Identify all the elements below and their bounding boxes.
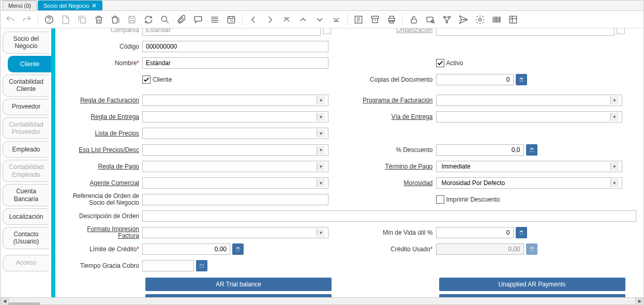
scroll-left-icon[interactable]: ◀ bbox=[1, 298, 9, 305]
not-posted-button[interactable]: Not Posted Invoice bbox=[439, 294, 625, 297]
copy-icon[interactable] bbox=[77, 14, 88, 25]
compania-extra-check[interactable] bbox=[323, 28, 331, 34]
cliente-checkbox[interactable]: Cliente bbox=[142, 75, 172, 84]
sidetab-7[interactable]: Cuenta Bancaria bbox=[3, 184, 49, 206]
scroll-right-icon[interactable]: ▶ bbox=[635, 298, 643, 305]
svg-rect-32 bbox=[520, 231, 522, 232]
via-entrega-combo[interactable]: ▼ bbox=[436, 111, 622, 123]
undo-icon[interactable] bbox=[5, 14, 16, 25]
up-icon[interactable] bbox=[297, 14, 309, 25]
calendar-icon[interactable]: 31 bbox=[226, 14, 237, 25]
tab-socio-negocio[interactable]: Socio del Negocio ✕ bbox=[38, 1, 102, 10]
tab-menu[interactable]: Menú (0) bbox=[3, 1, 37, 10]
sidetab-10[interactable]: Acceso bbox=[3, 255, 49, 271]
chevron-down-icon[interactable]: ▼ bbox=[317, 162, 325, 171]
organizacion-extra-check[interactable] bbox=[617, 28, 625, 34]
sidetab-2[interactable]: Contabilidad Cliente bbox=[3, 74, 49, 97]
limite-credito-input[interactable] bbox=[142, 243, 230, 255]
print-icon[interactable] bbox=[386, 14, 397, 25]
zoom-icon[interactable] bbox=[425, 14, 436, 25]
sidetab-8[interactable]: Localización bbox=[3, 208, 49, 225]
grid-icon[interactable] bbox=[209, 14, 220, 25]
search-icon[interactable] bbox=[159, 14, 171, 25]
morosidad-combo[interactable]: ▼ bbox=[436, 177, 622, 189]
svg-point-16 bbox=[479, 18, 482, 21]
ref-orden-input[interactable] bbox=[142, 194, 328, 205]
copias-input[interactable] bbox=[436, 74, 514, 85]
sidetab-9[interactable]: Contacto (Usuario) bbox=[3, 227, 49, 249]
refresh-icon[interactable] bbox=[143, 14, 154, 25]
attachment-icon[interactable] bbox=[176, 14, 187, 25]
sidetab-0[interactable]: Socio del Negocio bbox=[3, 32, 49, 54]
chevron-down-icon[interactable]: ▼ bbox=[317, 179, 325, 187]
lock-icon[interactable] bbox=[408, 14, 420, 25]
csv-icon[interactable] bbox=[507, 14, 519, 25]
chevron-down-icon[interactable]: ▼ bbox=[317, 146, 325, 154]
imprimir-desc-checkbox[interactable]: Imprimir Descuento bbox=[436, 195, 500, 204]
hscroll[interactable]: ◀ ▶ bbox=[1, 297, 643, 304]
chevron-down-icon[interactable]: ▼ bbox=[610, 113, 619, 121]
barcode-icon[interactable] bbox=[491, 14, 502, 25]
save-icon[interactable] bbox=[126, 14, 138, 25]
sidetab-4[interactable]: Contabilidad Proveedor bbox=[3, 117, 49, 140]
nombre-input[interactable] bbox=[142, 57, 328, 69]
sidetab-5[interactable]: Empleado bbox=[3, 141, 49, 158]
activo-checkbox[interactable]: Activo bbox=[436, 59, 463, 67]
chevron-down-icon[interactable]: ▼ bbox=[610, 179, 619, 187]
form-content: Compañía Organización Código bbox=[55, 28, 643, 297]
desc-orden-input[interactable] bbox=[142, 210, 636, 222]
limite-credito-calc-button[interactable] bbox=[232, 243, 244, 255]
gracia-input[interactable] bbox=[142, 260, 194, 271]
next-icon[interactable] bbox=[264, 14, 276, 25]
esq-list-combo[interactable]: ▼ bbox=[142, 144, 328, 156]
prev-icon[interactable] bbox=[248, 14, 259, 25]
descuento-calc-button[interactable] bbox=[526, 144, 537, 156]
delete-multi-icon[interactable] bbox=[110, 14, 121, 25]
redo-icon[interactable] bbox=[21, 14, 33, 25]
send-icon[interactable] bbox=[458, 14, 469, 25]
descuento-input[interactable] bbox=[436, 144, 524, 156]
chevron-down-icon[interactable]: ▼ bbox=[610, 162, 619, 171]
organizacion-input[interactable] bbox=[436, 28, 615, 36]
archive-icon[interactable] bbox=[369, 14, 381, 25]
unapplied-ar-button[interactable]: Unapplied AR Payments bbox=[439, 278, 625, 291]
limite-credito-label: Límite de Crédito* bbox=[65, 246, 142, 253]
chevron-down-icon[interactable]: ▼ bbox=[317, 228, 325, 237]
sidetab-3[interactable]: Proveedor bbox=[3, 99, 49, 115]
programa-fact-label: Programa de Facturación bbox=[358, 97, 436, 104]
codigo-input[interactable] bbox=[142, 41, 328, 52]
regla-entrega-combo[interactable]: ▼ bbox=[142, 111, 328, 123]
termino-pago-combo[interactable]: ▼ bbox=[436, 161, 622, 172]
help-icon[interactable] bbox=[43, 14, 55, 25]
min-vida-input[interactable] bbox=[436, 227, 514, 238]
chevron-down-icon[interactable]: ▼ bbox=[317, 113, 325, 121]
new-icon[interactable] bbox=[60, 14, 71, 25]
regla-pago-combo[interactable]: ▼ bbox=[142, 161, 328, 172]
chat-icon[interactable] bbox=[192, 14, 204, 25]
last-icon[interactable] bbox=[331, 14, 342, 25]
delete-icon[interactable] bbox=[93, 14, 104, 25]
agente-combo[interactable]: ▼ bbox=[142, 177, 328, 189]
min-vida-calc-button[interactable] bbox=[516, 227, 527, 238]
chevron-down-icon[interactable]: ▼ bbox=[317, 129, 325, 138]
chevron-down-icon[interactable]: ▼ bbox=[317, 96, 325, 104]
formato-imp-combo[interactable]: ▼ bbox=[142, 227, 328, 238]
report-icon[interactable] bbox=[353, 14, 364, 25]
gracia-date-button[interactable] bbox=[196, 260, 207, 271]
down-icon[interactable] bbox=[314, 14, 325, 25]
scroll-thumb[interactable] bbox=[9, 302, 40, 306]
workflow-icon[interactable] bbox=[441, 14, 453, 25]
programa-fact-combo[interactable]: ▼ bbox=[436, 95, 622, 106]
close-icon[interactable]: ✕ bbox=[92, 3, 97, 9]
compania-input[interactable] bbox=[142, 28, 321, 36]
gear-icon[interactable] bbox=[474, 14, 486, 25]
open-invoices-button[interactable]: Open Invoices bbox=[145, 294, 332, 297]
first-icon[interactable] bbox=[281, 14, 292, 25]
chevron-down-icon[interactable]: ▼ bbox=[610, 96, 619, 104]
copias-calc-button[interactable] bbox=[516, 74, 527, 85]
lista-precios-combo[interactable]: ▼ bbox=[142, 128, 328, 139]
ar-trial-button[interactable]: AR Trial balance bbox=[145, 278, 332, 291]
sidetab-6[interactable]: Contabilidad Empleado bbox=[3, 160, 49, 182]
sidetab-1[interactable]: Cliente bbox=[8, 56, 51, 72]
regla-fact-combo[interactable]: ▼ bbox=[142, 95, 328, 106]
